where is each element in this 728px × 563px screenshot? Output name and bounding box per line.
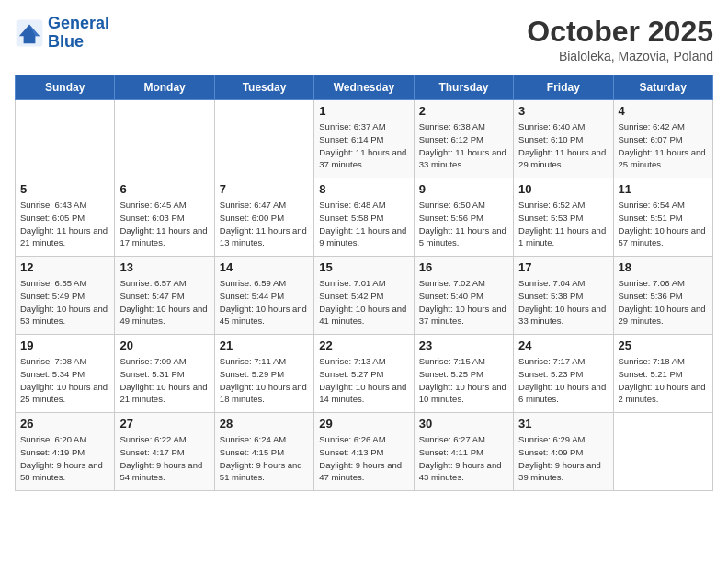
location-subtitle: Bialoleka, Mazovia, Poland bbox=[527, 49, 713, 63]
day-number: 12 bbox=[20, 260, 109, 274]
header-monday: Monday bbox=[115, 75, 214, 100]
calendar-cell: 17Sunrise: 7:04 AMSunset: 5:38 PMDayligh… bbox=[514, 257, 613, 335]
day-number: 18 bbox=[619, 260, 708, 274]
day-number: 10 bbox=[518, 182, 608, 196]
day-number: 6 bbox=[119, 182, 209, 196]
calendar-header-row: SundayMondayTuesdayWednesdayThursdayFrid… bbox=[16, 75, 713, 100]
day-number: 2 bbox=[419, 104, 508, 118]
day-number: 14 bbox=[220, 260, 309, 274]
calendar-cell: 6Sunrise: 6:45 AMSunset: 6:03 PMDaylight… bbox=[115, 178, 214, 257]
day-number: 9 bbox=[419, 182, 508, 196]
calendar-cell: 11Sunrise: 6:54 AMSunset: 5:51 PMDayligh… bbox=[613, 178, 712, 257]
day-number: 8 bbox=[319, 182, 408, 196]
day-number: 19 bbox=[20, 339, 109, 352]
day-number: 21 bbox=[220, 339, 309, 352]
day-detail: Sunrise: 6:43 AMSunset: 6:05 PMDaylight:… bbox=[20, 199, 109, 249]
day-number: 31 bbox=[518, 417, 608, 431]
calendar-cell: 1Sunrise: 6:37 AMSunset: 6:14 PMDaylight… bbox=[314, 100, 414, 178]
day-detail: Sunrise: 6:57 AMSunset: 5:47 PMDaylight:… bbox=[119, 277, 209, 327]
calendar-week-4: 19Sunrise: 7:08 AMSunset: 5:34 PMDayligh… bbox=[16, 335, 713, 413]
day-detail: Sunrise: 6:40 AMSunset: 6:10 PMDaylight:… bbox=[518, 121, 608, 171]
day-detail: Sunrise: 6:45 AMSunset: 6:03 PMDaylight:… bbox=[119, 199, 209, 249]
calendar-cell: 16Sunrise: 7:02 AMSunset: 5:40 PMDayligh… bbox=[414, 257, 513, 335]
day-number: 30 bbox=[419, 417, 508, 431]
day-detail: Sunrise: 6:24 AMSunset: 4:15 PMDaylight:… bbox=[220, 433, 309, 484]
calendar-cell: 18Sunrise: 7:06 AMSunset: 5:36 PMDayligh… bbox=[613, 257, 712, 335]
day-number: 27 bbox=[119, 417, 209, 431]
day-number: 3 bbox=[518, 104, 608, 118]
logo-line1: General bbox=[48, 14, 109, 32]
day-detail: Sunrise: 7:06 AMSunset: 5:36 PMDaylight:… bbox=[619, 277, 708, 327]
day-detail: Sunrise: 7:09 AMSunset: 5:31 PMDaylight:… bbox=[119, 355, 209, 406]
calendar-cell: 10Sunrise: 6:52 AMSunset: 5:53 PMDayligh… bbox=[514, 178, 613, 257]
calendar-cell: 20Sunrise: 7:09 AMSunset: 5:31 PMDayligh… bbox=[115, 335, 214, 413]
day-detail: Sunrise: 7:11 AMSunset: 5:29 PMDaylight:… bbox=[220, 355, 309, 406]
header-sunday: Sunday bbox=[16, 75, 115, 100]
logo-text: General Blue bbox=[48, 15, 109, 52]
day-detail: Sunrise: 7:15 AMSunset: 5:25 PMDaylight:… bbox=[419, 355, 508, 406]
day-detail: Sunrise: 7:04 AMSunset: 5:38 PMDaylight:… bbox=[518, 277, 608, 327]
calendar-cell: 8Sunrise: 6:48 AMSunset: 5:58 PMDaylight… bbox=[314, 178, 414, 257]
day-detail: Sunrise: 7:17 AMSunset: 5:23 PMDaylight:… bbox=[518, 355, 608, 406]
month-title: October 2025 bbox=[527, 15, 713, 49]
day-detail: Sunrise: 6:38 AMSunset: 6:12 PMDaylight:… bbox=[419, 121, 508, 171]
day-detail: Sunrise: 7:08 AMSunset: 5:34 PMDaylight:… bbox=[20, 355, 109, 406]
calendar-cell: 31Sunrise: 6:29 AMSunset: 4:09 PMDayligh… bbox=[514, 413, 613, 491]
calendar-cell: 26Sunrise: 6:20 AMSunset: 4:19 PMDayligh… bbox=[16, 413, 115, 491]
calendar-cell: 3Sunrise: 6:40 AMSunset: 6:10 PMDaylight… bbox=[514, 100, 613, 178]
logo-line2: Blue bbox=[48, 32, 84, 51]
day-detail: Sunrise: 6:48 AMSunset: 5:58 PMDaylight:… bbox=[319, 199, 408, 249]
logo: General Blue bbox=[15, 15, 109, 52]
day-detail: Sunrise: 7:18 AMSunset: 5:21 PMDaylight:… bbox=[619, 355, 708, 406]
calendar-cell: 28Sunrise: 6:24 AMSunset: 4:15 PMDayligh… bbox=[214, 413, 313, 491]
calendar-cell: 15Sunrise: 7:01 AMSunset: 5:42 PMDayligh… bbox=[314, 257, 414, 335]
day-number: 25 bbox=[619, 339, 708, 352]
calendar-cell: 23Sunrise: 7:15 AMSunset: 5:25 PMDayligh… bbox=[414, 335, 513, 413]
day-detail: Sunrise: 6:54 AMSunset: 5:51 PMDaylight:… bbox=[619, 199, 708, 249]
day-detail: Sunrise: 6:55 AMSunset: 5:49 PMDaylight:… bbox=[20, 277, 109, 327]
calendar-week-5: 26Sunrise: 6:20 AMSunset: 4:19 PMDayligh… bbox=[16, 413, 713, 491]
day-number: 24 bbox=[518, 339, 608, 352]
calendar-cell: 29Sunrise: 6:26 AMSunset: 4:13 PMDayligh… bbox=[314, 413, 414, 491]
page-header: General Blue October 2025 Bialoleka, Maz… bbox=[15, 15, 713, 63]
day-number: 20 bbox=[119, 339, 209, 352]
day-detail: Sunrise: 6:52 AMSunset: 5:53 PMDaylight:… bbox=[518, 199, 608, 249]
calendar-cell: 7Sunrise: 6:47 AMSunset: 6:00 PMDaylight… bbox=[214, 178, 313, 257]
calendar-cell: 9Sunrise: 6:50 AMSunset: 5:56 PMDaylight… bbox=[414, 178, 513, 257]
day-number: 28 bbox=[220, 417, 309, 431]
day-number: 15 bbox=[319, 260, 408, 274]
day-detail: Sunrise: 7:02 AMSunset: 5:40 PMDaylight:… bbox=[419, 277, 508, 327]
day-number: 26 bbox=[20, 417, 109, 431]
day-detail: Sunrise: 6:47 AMSunset: 6:00 PMDaylight:… bbox=[220, 199, 309, 249]
day-detail: Sunrise: 6:27 AMSunset: 4:11 PMDaylight:… bbox=[419, 433, 508, 484]
day-detail: Sunrise: 6:50 AMSunset: 5:56 PMDaylight:… bbox=[419, 199, 508, 249]
day-detail: Sunrise: 6:29 AMSunset: 4:09 PMDaylight:… bbox=[518, 433, 608, 484]
calendar-table: SundayMondayTuesdayWednesdayThursdayFrid… bbox=[15, 75, 713, 491]
header-tuesday: Tuesday bbox=[214, 75, 313, 100]
day-detail: Sunrise: 7:01 AMSunset: 5:42 PMDaylight:… bbox=[319, 277, 408, 327]
logo-icon bbox=[15, 18, 44, 48]
day-detail: Sunrise: 6:20 AMSunset: 4:19 PMDaylight:… bbox=[20, 433, 109, 484]
day-number: 29 bbox=[319, 417, 408, 431]
day-number: 5 bbox=[20, 182, 109, 196]
day-number: 7 bbox=[220, 182, 309, 196]
day-detail: Sunrise: 6:22 AMSunset: 4:17 PMDaylight:… bbox=[119, 433, 209, 484]
calendar-week-3: 12Sunrise: 6:55 AMSunset: 5:49 PMDayligh… bbox=[16, 257, 713, 335]
header-saturday: Saturday bbox=[613, 75, 712, 100]
day-number: 22 bbox=[319, 339, 408, 352]
day-number: 13 bbox=[119, 260, 209, 274]
calendar-cell: 24Sunrise: 7:17 AMSunset: 5:23 PMDayligh… bbox=[514, 335, 613, 413]
day-detail: Sunrise: 6:59 AMSunset: 5:44 PMDaylight:… bbox=[220, 277, 309, 327]
day-number: 1 bbox=[319, 104, 408, 118]
day-detail: Sunrise: 6:37 AMSunset: 6:14 PMDaylight:… bbox=[319, 121, 408, 171]
calendar-week-2: 5Sunrise: 6:43 AMSunset: 6:05 PMDaylight… bbox=[16, 178, 713, 257]
header-wednesday: Wednesday bbox=[314, 75, 414, 100]
title-block: October 2025 Bialoleka, Mazovia, Poland bbox=[527, 15, 713, 63]
calendar-cell: 12Sunrise: 6:55 AMSunset: 5:49 PMDayligh… bbox=[16, 257, 115, 335]
day-number: 23 bbox=[419, 339, 508, 352]
calendar-cell: 21Sunrise: 7:11 AMSunset: 5:29 PMDayligh… bbox=[214, 335, 313, 413]
calendar-cell bbox=[16, 100, 115, 178]
day-detail: Sunrise: 6:26 AMSunset: 4:13 PMDaylight:… bbox=[319, 433, 408, 484]
day-number: 4 bbox=[619, 104, 708, 118]
day-number: 17 bbox=[518, 260, 608, 274]
